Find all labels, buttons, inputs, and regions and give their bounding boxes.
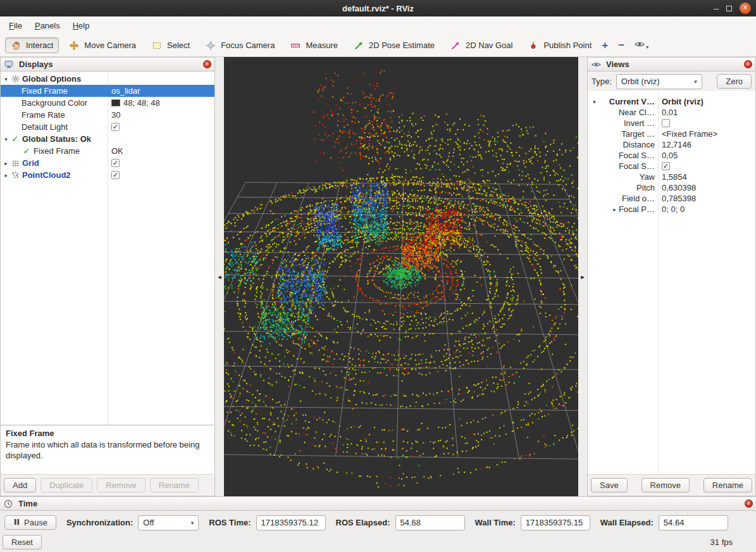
- wall-elapsed-field[interactable]: 54.64: [659, 515, 728, 530]
- property-name: Yaw: [640, 172, 655, 182]
- row-checkbox[interactable]: ✓: [111, 123, 120, 131]
- displays-help-box: Fixed Frame Frame into which all data is…: [1, 425, 214, 474]
- views-row-focal-s[interactable]: Focal S…✓: [588, 161, 755, 172]
- displays-row-frame-rate[interactable]: Frame Rate30: [1, 109, 214, 121]
- menu-panels[interactable]: Panels: [28, 18, 66, 33]
- expander-open-icon[interactable]: ▾: [590, 99, 598, 105]
- displays-row-pointcloud2[interactable]: ▸PointCloud2✓: [1, 169, 214, 181]
- time-panel-icon: [3, 499, 13, 508]
- measure-icon: [290, 41, 301, 50]
- displays-row-fixed-frame[interactable]: ✓Fixed FrameOK: [1, 145, 214, 157]
- displays-row-global-status-ok[interactable]: ▾✓Global Status: Ok: [1, 133, 214, 145]
- row-label: Default Light: [22, 122, 68, 132]
- tool-select[interactable]: Select: [146, 37, 195, 53]
- views-checkbox[interactable]: [662, 119, 670, 127]
- views-row-pitch[interactable]: Pitch0,630398: [588, 182, 755, 193]
- help-text: Frame into which all data is transformed…: [6, 440, 209, 461]
- views-row-yaw[interactable]: Yaw1,5854: [588, 172, 755, 182]
- toolbar: InteractMove CameraSelectFocus CameraMea…: [0, 34, 756, 57]
- pause-button[interactable]: Pause: [4, 515, 56, 530]
- right-splitter[interactable]: ▸: [578, 57, 587, 496]
- displays-row-grid[interactable]: ▸Grid✓: [1, 157, 214, 169]
- left-splitter[interactable]: ◂: [215, 57, 224, 496]
- wall-time-field[interactable]: 1718359375.15: [521, 515, 590, 530]
- tool-measure[interactable]: Measure: [285, 37, 344, 53]
- zero-button[interactable]: Zero: [717, 74, 752, 89]
- tool-2d-nav-goal[interactable]: 2D Nav Goal: [445, 37, 518, 53]
- tool-label: Measure: [306, 41, 338, 50]
- displays-row-fixed-frame[interactable]: Fixed Frameos_lidar: [1, 85, 214, 97]
- displays-row-background-color[interactable]: Background Color48; 48; 48: [1, 97, 214, 109]
- tool-publish-point[interactable]: Publish Point: [523, 37, 597, 53]
- displays-remove-button[interactable]: Remove: [97, 478, 145, 492]
- displays-close-button[interactable]: ×: [203, 60, 211, 68]
- displays-rename-button[interactable]: Rename: [150, 478, 199, 492]
- close-button[interactable]: ×: [740, 3, 751, 14]
- views-row-target[interactable]: Target …<Fixed Frame>: [588, 129, 755, 139]
- tool-move-camera[interactable]: Move Camera: [63, 37, 142, 53]
- menu-help[interactable]: Help: [66, 18, 96, 33]
- views-row-distance[interactable]: Distance12,7146: [588, 139, 755, 150]
- collapse-right-icon[interactable]: ▸: [581, 273, 585, 281]
- tool-interact[interactable]: Interact: [5, 37, 59, 53]
- expander-open-icon[interactable]: ▾: [2, 76, 10, 82]
- expander-closed-icon[interactable]: ▸: [610, 206, 619, 213]
- property-value: 12,7146: [662, 140, 691, 149]
- views-row-focal-s[interactable]: Focal S…0,05: [588, 150, 755, 161]
- tool-label: Interact: [26, 41, 53, 50]
- views-close-button[interactable]: ×: [744, 60, 752, 68]
- tool-2d-pose-estimate[interactable]: 2D Pose Estimate: [348, 37, 440, 53]
- row-checkbox[interactable]: ✓: [111, 171, 120, 179]
- displays-row-default-light[interactable]: Default Light✓: [1, 121, 214, 133]
- views-buttons: SaveRemoveRename: [588, 474, 755, 496]
- minimize-button[interactable]: –: [714, 5, 719, 11]
- tool-focus-camera[interactable]: Focus Camera: [200, 37, 280, 53]
- row-label: Frame Rate: [22, 110, 65, 120]
- tool-visibility-button[interactable]: ▾: [635, 41, 648, 50]
- titlebar: default.rviz* - RViz – ×: [0, 0, 756, 16]
- views-row-invert[interactable]: Invert …: [588, 118, 755, 129]
- synchronization-select[interactable]: Off▾: [138, 515, 199, 530]
- property-value: 0,01: [662, 108, 678, 117]
- ros-elapsed-field[interactable]: 54.68: [395, 515, 465, 530]
- views-rename-button[interactable]: Rename: [703, 478, 752, 492]
- expander-closed-icon[interactable]: ▸: [2, 172, 10, 179]
- displays-row-global-options[interactable]: ▾Global Options: [1, 73, 214, 85]
- views-row-field-o[interactable]: Field o…0,785398: [588, 193, 755, 204]
- views-row-near-cl[interactable]: Near Cl…0,01: [588, 107, 755, 118]
- views-remove-button[interactable]: Remove: [641, 478, 690, 492]
- view-type-select[interactable]: Orbit (rviz) ▾: [616, 74, 702, 89]
- fps-counter: 31 fps: [710, 537, 733, 547]
- reset-button[interactable]: Reset: [3, 535, 42, 549]
- menu-file[interactable]: File: [3, 18, 28, 33]
- property-value: 0,05: [662, 151, 678, 160]
- displays-add-button[interactable]: Add: [4, 478, 36, 492]
- expander-closed-icon[interactable]: ▸: [2, 160, 10, 166]
- synchronization-value: Off: [143, 518, 154, 527]
- collapse-left-icon[interactable]: ◂: [218, 273, 221, 281]
- displays-duplicate-button[interactable]: Duplicate: [40, 478, 92, 492]
- views-row-focal-p[interactable]: ▸Focal P…0; 0; 0: [588, 204, 755, 215]
- views-tree: ▾Current V…Orbit (rviz)Near Cl…0,01Inver…: [588, 91, 755, 474]
- displays-title: Displays: [19, 60, 53, 69]
- add-tool-button[interactable]: +: [602, 40, 608, 51]
- row-checkbox[interactable]: ✓: [111, 159, 120, 167]
- views-checkbox[interactable]: ✓: [662, 162, 670, 170]
- time-controls: PauseSynchronization:Off▾ROS Time:171835…: [0, 511, 756, 534]
- expander-open-icon[interactable]: ▾: [2, 136, 10, 142]
- 3d-view-canvas[interactable]: [224, 57, 578, 496]
- menubar: FilePanelsHelp: [0, 16, 756, 34]
- ros-time-field[interactable]: 1718359375.12: [256, 515, 326, 530]
- chevron-down-icon: ▾: [186, 520, 194, 526]
- property-value: 0; 0; 0: [662, 204, 685, 214]
- 3d-viewport[interactable]: [224, 57, 578, 496]
- maximize-button[interactable]: [726, 6, 732, 11]
- views-save-button[interactable]: Save: [591, 478, 628, 492]
- views-title: Views: [606, 60, 629, 69]
- views-row-current-v[interactable]: ▾Current V…Orbit (rviz): [588, 96, 755, 107]
- gear-icon: [10, 74, 20, 84]
- time-panel: Time × PauseSynchronization:Off▾ROS Time…: [0, 496, 756, 552]
- time-close-button[interactable]: ×: [745, 499, 753, 508]
- remove-tool-button[interactable]: −: [618, 40, 624, 51]
- eye-icon: [635, 41, 645, 50]
